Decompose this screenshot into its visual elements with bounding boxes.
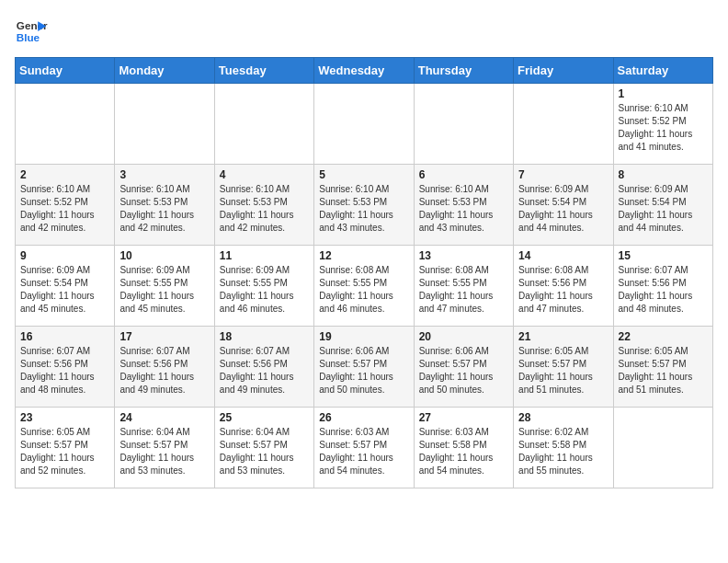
calendar-cell: 19Sunrise: 6:06 AM Sunset: 5:57 PM Dayli…	[314, 327, 414, 408]
calendar-cell: 4Sunrise: 6:10 AM Sunset: 5:53 PM Daylig…	[214, 165, 313, 246]
calendar-cell: 13Sunrise: 6:08 AM Sunset: 5:55 PM Dayli…	[414, 246, 513, 327]
calendar-cell: 28Sunrise: 6:02 AM Sunset: 5:58 PM Dayli…	[514, 408, 613, 488]
calendar-cell	[514, 84, 613, 165]
calendar-cell: 24Sunrise: 6:04 AM Sunset: 5:57 PM Dayli…	[115, 408, 214, 488]
day-number: 11	[220, 249, 309, 262]
day-info: Sunrise: 6:10 AM Sunset: 5:53 PM Dayligh…	[319, 183, 408, 235]
day-info: Sunrise: 6:05 AM Sunset: 5:57 PM Dayligh…	[20, 426, 109, 477]
page-header: General Blue	[15, 15, 713, 48]
day-number: 1	[619, 87, 708, 100]
calendar-cell: 17Sunrise: 6:07 AM Sunset: 5:56 PM Dayli…	[115, 327, 214, 408]
day-info: Sunrise: 6:08 AM Sunset: 5:56 PM Dayligh…	[518, 264, 608, 316]
calendar-cell: 22Sunrise: 6:05 AM Sunset: 5:57 PM Dayli…	[613, 327, 712, 408]
weekday-header-sunday: Sunday	[16, 58, 115, 84]
day-info: Sunrise: 6:07 AM Sunset: 5:56 PM Dayligh…	[119, 345, 209, 396]
day-info: Sunrise: 6:09 AM Sunset: 5:54 PM Dayligh…	[20, 264, 109, 316]
calendar-table: SundayMondayTuesdayWednesdayThursdayFrid…	[15, 57, 713, 488]
day-number: 10	[119, 249, 209, 262]
day-info: Sunrise: 6:10 AM Sunset: 5:52 PM Dayligh…	[20, 183, 109, 235]
day-number: 4	[220, 168, 309, 181]
calendar-week-row: 1Sunrise: 6:10 AM Sunset: 5:52 PM Daylig…	[16, 84, 713, 165]
calendar-cell: 9Sunrise: 6:09 AM Sunset: 5:54 PM Daylig…	[16, 246, 115, 327]
day-number: 13	[419, 249, 508, 262]
calendar-cell: 2Sunrise: 6:10 AM Sunset: 5:52 PM Daylig…	[16, 165, 115, 246]
day-info: Sunrise: 6:04 AM Sunset: 5:57 PM Dayligh…	[119, 426, 209, 477]
calendar-cell: 25Sunrise: 6:04 AM Sunset: 5:57 PM Dayli…	[214, 408, 313, 488]
day-number: 6	[419, 168, 508, 181]
day-number: 26	[319, 411, 408, 424]
day-number: 19	[319, 330, 408, 343]
calendar-cell	[314, 84, 414, 165]
day-number: 16	[20, 330, 109, 343]
day-number: 17	[119, 330, 209, 343]
day-number: 15	[619, 249, 708, 262]
calendar-week-row: 9Sunrise: 6:09 AM Sunset: 5:54 PM Daylig…	[16, 246, 713, 327]
day-info: Sunrise: 6:10 AM Sunset: 5:52 PM Dayligh…	[619, 102, 708, 154]
day-info: Sunrise: 6:07 AM Sunset: 5:56 PM Dayligh…	[220, 345, 309, 396]
calendar-cell: 23Sunrise: 6:05 AM Sunset: 5:57 PM Dayli…	[16, 408, 115, 488]
calendar-cell: 20Sunrise: 6:06 AM Sunset: 5:57 PM Dayli…	[414, 327, 513, 408]
day-info: Sunrise: 6:10 AM Sunset: 5:53 PM Dayligh…	[119, 183, 209, 235]
calendar-header-row: SundayMondayTuesdayWednesdayThursdayFrid…	[16, 58, 713, 84]
weekday-header-tuesday: Tuesday	[214, 58, 313, 84]
calendar-cell	[414, 84, 513, 165]
day-info: Sunrise: 6:10 AM Sunset: 5:53 PM Dayligh…	[419, 183, 508, 235]
day-number: 27	[419, 411, 508, 424]
day-info: Sunrise: 6:02 AM Sunset: 5:58 PM Dayligh…	[518, 426, 608, 477]
calendar-week-row: 23Sunrise: 6:05 AM Sunset: 5:57 PM Dayli…	[16, 408, 713, 488]
day-number: 8	[619, 168, 708, 181]
calendar-cell: 12Sunrise: 6:08 AM Sunset: 5:55 PM Dayli…	[314, 246, 414, 327]
svg-text:Blue: Blue	[17, 31, 40, 43]
day-info: Sunrise: 6:08 AM Sunset: 5:55 PM Dayligh…	[419, 264, 508, 316]
day-info: Sunrise: 6:03 AM Sunset: 5:57 PM Dayligh…	[319, 426, 408, 477]
day-number: 7	[518, 168, 608, 181]
day-number: 18	[220, 330, 309, 343]
logo-icon: General Blue	[15, 15, 48, 48]
calendar-cell: 11Sunrise: 6:09 AM Sunset: 5:55 PM Dayli…	[214, 246, 313, 327]
calendar-cell: 7Sunrise: 6:09 AM Sunset: 5:54 PM Daylig…	[514, 165, 613, 246]
calendar-week-row: 16Sunrise: 6:07 AM Sunset: 5:56 PM Dayli…	[16, 327, 713, 408]
calendar-cell: 6Sunrise: 6:10 AM Sunset: 5:53 PM Daylig…	[414, 165, 513, 246]
calendar-cell: 16Sunrise: 6:07 AM Sunset: 5:56 PM Dayli…	[16, 327, 115, 408]
day-info: Sunrise: 6:08 AM Sunset: 5:55 PM Dayligh…	[319, 264, 408, 316]
calendar-cell: 14Sunrise: 6:08 AM Sunset: 5:56 PM Dayli…	[514, 246, 613, 327]
day-info: Sunrise: 6:03 AM Sunset: 5:58 PM Dayligh…	[419, 426, 508, 477]
day-number: 22	[619, 330, 708, 343]
weekday-header-saturday: Saturday	[613, 58, 712, 84]
weekday-header-monday: Monday	[115, 58, 214, 84]
calendar-cell: 8Sunrise: 6:09 AM Sunset: 5:54 PM Daylig…	[613, 165, 712, 246]
calendar-cell: 26Sunrise: 6:03 AM Sunset: 5:57 PM Dayli…	[314, 408, 414, 488]
day-number: 2	[20, 168, 109, 181]
calendar-cell: 21Sunrise: 6:05 AM Sunset: 5:57 PM Dayli…	[514, 327, 613, 408]
day-info: Sunrise: 6:07 AM Sunset: 5:56 PM Dayligh…	[619, 264, 708, 316]
weekday-header-wednesday: Wednesday	[314, 58, 414, 84]
day-number: 9	[20, 249, 109, 262]
calendar-cell: 27Sunrise: 6:03 AM Sunset: 5:58 PM Dayli…	[414, 408, 513, 488]
day-number: 28	[518, 411, 608, 424]
day-number: 20	[419, 330, 508, 343]
weekday-header-friday: Friday	[514, 58, 613, 84]
calendar-cell: 3Sunrise: 6:10 AM Sunset: 5:53 PM Daylig…	[115, 165, 214, 246]
calendar-cell: 5Sunrise: 6:10 AM Sunset: 5:53 PM Daylig…	[314, 165, 414, 246]
day-number: 23	[20, 411, 109, 424]
day-number: 21	[518, 330, 608, 343]
day-number: 24	[119, 411, 209, 424]
calendar-cell: 15Sunrise: 6:07 AM Sunset: 5:56 PM Dayli…	[613, 246, 712, 327]
calendar-cell	[613, 408, 712, 488]
calendar-week-row: 2Sunrise: 6:10 AM Sunset: 5:52 PM Daylig…	[16, 165, 713, 246]
day-number: 14	[518, 249, 608, 262]
calendar-cell: 1Sunrise: 6:10 AM Sunset: 5:52 PM Daylig…	[613, 84, 712, 165]
calendar-cell: 10Sunrise: 6:09 AM Sunset: 5:55 PM Dayli…	[115, 246, 214, 327]
day-number: 5	[319, 168, 408, 181]
day-number: 3	[119, 168, 209, 181]
day-info: Sunrise: 6:10 AM Sunset: 5:53 PM Dayligh…	[220, 183, 309, 235]
calendar-cell: 18Sunrise: 6:07 AM Sunset: 5:56 PM Dayli…	[214, 327, 313, 408]
calendar-cell	[16, 84, 115, 165]
day-info: Sunrise: 6:09 AM Sunset: 5:55 PM Dayligh…	[220, 264, 309, 316]
day-info: Sunrise: 6:09 AM Sunset: 5:54 PM Dayligh…	[619, 183, 708, 235]
day-info: Sunrise: 6:09 AM Sunset: 5:54 PM Dayligh…	[518, 183, 608, 235]
calendar-cell	[214, 84, 313, 165]
day-info: Sunrise: 6:05 AM Sunset: 5:57 PM Dayligh…	[619, 345, 708, 396]
calendar-cell	[115, 84, 214, 165]
day-info: Sunrise: 6:07 AM Sunset: 5:56 PM Dayligh…	[20, 345, 109, 396]
